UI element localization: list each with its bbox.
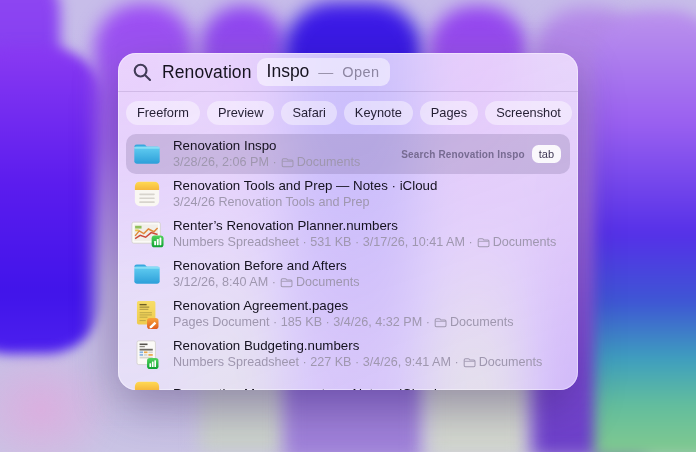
result-location: Documents	[280, 275, 360, 291]
search-query-completion: Inspo	[267, 61, 310, 82]
folder-glyph-icon	[281, 157, 294, 168]
filter-pill[interactable]: Pages	[420, 101, 478, 125]
result-title: Renovation Inspo	[173, 137, 360, 154]
search-bar[interactable]: Renovation Inspo — Open	[118, 53, 578, 91]
result-icon	[130, 300, 164, 329]
result-text: Renovation Agreement.pages Pages Documen…	[173, 297, 514, 330]
search-suggestion-pill[interactable]: Inspo — Open	[257, 58, 391, 86]
suggestion-separator: —	[318, 63, 333, 80]
suggestion-action-label: Open	[342, 64, 379, 80]
result-text: Renovation Budgeting.numbers Numbers Spr…	[173, 337, 542, 370]
result-location-label: Documents	[297, 155, 361, 171]
folder-glyph-icon	[434, 317, 447, 328]
result-meta: 3/24/26 Renovation Tools and Prep	[173, 195, 370, 211]
result-hint: Search Renovation Inspo tab	[401, 145, 561, 163]
result-location: Documents	[463, 355, 543, 371]
result-text: Renovation Measurements — Notes · iCloud	[173, 385, 437, 390]
result-location-label: Documents	[450, 315, 514, 331]
results-list: Renovation Inspo 3/28/26, 2:06 PM · Docu…	[118, 131, 578, 390]
result-title: Renovation Before and Afters	[173, 257, 360, 274]
search-query-typed: Renovation	[162, 62, 252, 83]
result-title: Renter’s Renovation Planner.numbers	[173, 217, 556, 234]
result-row[interactable]: Renovation Inspo 3/28/26, 2:06 PM · Docu…	[126, 134, 570, 174]
filter-pill[interactable]: Safari	[281, 101, 336, 125]
result-row[interactable]: Renovation Measurements — Notes · iCloud	[126, 374, 570, 390]
filter-pill[interactable]: Preview	[207, 101, 275, 125]
result-subtitle: 3/24/26 Renovation Tools and Prep	[173, 195, 437, 211]
result-location: Documents	[434, 315, 514, 331]
filter-bar: FreeformPreviewSafariKeynotePagesScreens…	[118, 92, 578, 131]
filter-pill-label: Freeform	[137, 105, 189, 120]
result-subtitle: 3/28/26, 2:06 PM · Documents	[173, 155, 360, 171]
result-title: Renovation Budgeting.numbers	[173, 337, 542, 354]
filter-pill[interactable]: Screenshot	[485, 101, 572, 125]
result-meta: Numbers Spreadsheet · 227 KB · 3/4/26, 9…	[173, 355, 459, 371]
result-meta: 3/28/26, 2:06 PM ·	[173, 155, 277, 171]
tab-key-badge[interactable]: tab	[532, 145, 561, 163]
desktop: Renovation Inspo — Open FreeformPreviewS…	[0, 0, 696, 452]
search-icon	[133, 63, 152, 82]
result-icon	[130, 143, 164, 165]
result-icon	[130, 221, 164, 248]
filter-pill-label: Preview	[218, 105, 264, 120]
spotlight-panel: Renovation Inspo — Open FreeformPreviewS…	[118, 53, 578, 390]
result-title: Renovation Agreement.pages	[173, 297, 514, 314]
result-row[interactable]: Renovation Tools and Prep — Notes · iClo…	[126, 174, 570, 214]
result-subtitle: 3/12/26, 8:40 AM · Documents	[173, 275, 360, 291]
filter-pill[interactable]: Keynote	[344, 101, 413, 125]
result-title: Renovation Measurements — Notes · iCloud	[173, 385, 437, 390]
result-location-label: Documents	[296, 275, 360, 291]
result-meta: Pages Document · 185 KB · 3/4/26, 4:32 P…	[173, 315, 430, 331]
search-input[interactable]: Renovation Inspo — Open	[162, 58, 390, 86]
result-subtitle: Pages Document · 185 KB · 3/4/26, 4:32 P…	[173, 315, 514, 331]
filter-pill-label: Screenshot	[496, 105, 561, 120]
result-meta: 3/12/26, 8:40 AM ·	[173, 275, 276, 291]
result-row[interactable]: Renovation Agreement.pages Pages Documen…	[126, 294, 570, 334]
search-hint-label: Search Renovation Inspo	[401, 149, 524, 160]
result-icon	[130, 181, 164, 207]
filter-pill-label: Keynote	[355, 105, 402, 120]
folder-glyph-icon	[463, 357, 476, 368]
result-icon	[130, 381, 164, 390]
result-meta: Numbers Spreadsheet · 531 KB · 3/17/26, …	[173, 235, 473, 251]
result-icon	[130, 340, 164, 369]
result-location-label: Documents	[479, 355, 543, 371]
result-location: Documents	[281, 155, 361, 171]
result-location: Documents	[477, 235, 557, 251]
result-subtitle: Numbers Spreadsheet · 227 KB · 3/4/26, 9…	[173, 355, 542, 371]
folder-glyph-icon	[477, 237, 490, 248]
result-icon	[130, 263, 164, 285]
folder-glyph-icon	[280, 277, 293, 288]
result-row[interactable]: Renovation Before and Afters 3/12/26, 8:…	[126, 254, 570, 294]
result-text: Renter’s Renovation Planner.numbers Numb…	[173, 217, 556, 250]
result-row[interactable]: Renter’s Renovation Planner.numbers Numb…	[126, 214, 570, 254]
filter-pill-label: Pages	[431, 105, 467, 120]
result-location-label: Documents	[493, 235, 557, 251]
filter-pill[interactable]: Freeform	[126, 101, 200, 125]
result-row[interactable]: Renovation Budgeting.numbers Numbers Spr…	[126, 334, 570, 374]
result-text: Renovation Tools and Prep — Notes · iClo…	[173, 177, 437, 210]
result-subtitle: Numbers Spreadsheet · 531 KB · 3/17/26, …	[173, 235, 556, 251]
filter-pill-label: Safari	[292, 105, 325, 120]
result-text: Renovation Inspo 3/28/26, 2:06 PM · Docu…	[173, 137, 360, 170]
result-text: Renovation Before and Afters 3/12/26, 8:…	[173, 257, 360, 290]
result-title: Renovation Tools and Prep — Notes · iClo…	[173, 177, 437, 194]
